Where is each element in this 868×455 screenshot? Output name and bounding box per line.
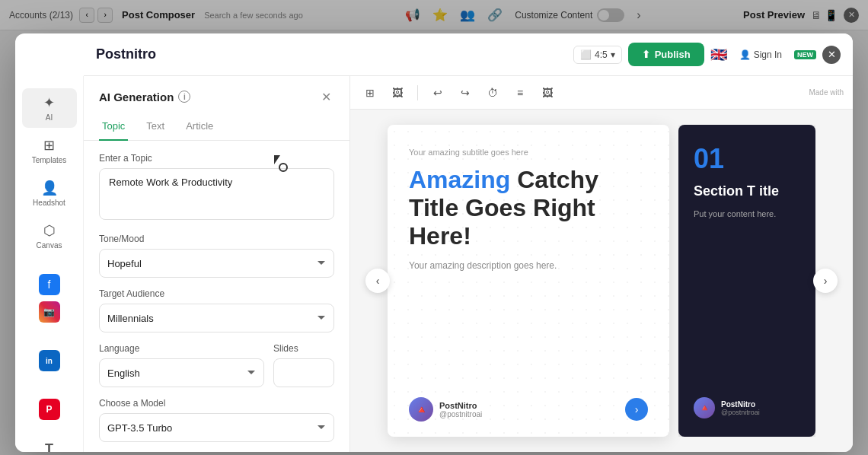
lang-slides-row: Language English Spanish French Slides [99,343,334,387]
close-panel-button[interactable]: ✕ [318,88,334,105]
ai-tabs: Topic Text Article [84,114,349,141]
topic-field-group: Enter a Topic Remote Work & Productivity [99,153,334,223]
aspect-icon: ⬜ [580,49,592,60]
new-badge: NEW [794,50,816,59]
tab-article[interactable]: Article [183,114,216,141]
toolbar-redo-icon[interactable]: ↪ [455,82,476,103]
sidebar-item-canvas[interactable]: ⬡ Canvas [22,216,77,256]
flag-uk: 🇬🇧 [710,46,727,63]
modal-close-button[interactable]: ✕ [822,46,841,64]
tone-label: Tone/Mood [99,234,334,244]
instagram-account-wrapper: 📷 [39,301,60,323]
author-name: PostNitro [439,401,482,410]
main-modal: Postnitro ⬜ 4:5 ▾ ⬆ Publish 🇬🇧 👤 Sign In… [15,33,853,452]
ai-panel-title-text: AI Generation [99,91,174,103]
ai-panel-title: AI Generation i [99,91,190,103]
audience-select[interactable]: Millennials Gen Z Gen X [99,304,334,332]
text-icon: T [45,441,53,452]
model-select[interactable]: GPT-3.5 Turbo GPT-4 Claude [99,413,334,442]
tone-field-group: Tone/Mood Hopeful Professional Casual [99,234,334,278]
toolbar-grid-icon[interactable]: ⊞ [359,82,381,103]
slide-next-button[interactable]: › [625,398,648,421]
language-select[interactable]: English Spanish French [99,358,264,387]
slides-label: Slides [273,343,334,354]
user-icon: 👤 [739,49,751,60]
social-row: f [37,271,62,298]
toolbar-separator-1 [417,85,418,100]
sidebar-item-text[interactable]: T Text [22,435,77,452]
slide-nav-right[interactable]: › [813,269,838,293]
tab-text[interactable]: Text [143,114,168,141]
ai-panel: AI Generation i ✕ Topic Text Article [84,76,350,452]
section-title: Section T itle [694,183,800,200]
publish-button[interactable]: ⬆ Publish [628,43,704,66]
slides-input-wrapper: ▲ ▼ [273,358,334,387]
tone-select[interactable]: Hopeful Professional Casual [99,249,334,278]
author-avatar: 🔺 [409,397,433,422]
ai-icon: ✦ [43,94,55,111]
info-icon[interactable]: i [178,91,190,103]
slide-nav-left[interactable]: ‹ [365,269,390,293]
ai-panel-header: AI Generation i ✕ [84,76,349,114]
slide-title-blue: Amazing [409,166,510,193]
section-author-avatar: 🔺 [694,397,715,418]
sign-in-button[interactable]: 👤 Sign In [733,46,788,63]
modal-overlay: Postnitro ⬜ 4:5 ▾ ⬆ Publish 🇬🇧 👤 Sign In… [0,0,868,455]
linkedin-account[interactable]: in [39,350,60,371]
slides-field-group: Slides ▲ ▼ [273,343,334,387]
another-social [39,326,60,347]
sign-in-label: Sign In [754,49,782,60]
left-sidebar: ✦ AI ⊞ Templates 👤 Headshot ⬡ Canvas f [15,76,84,452]
modal-top-left: Postnitro [96,46,567,62]
slide-title: Amazing Catchy Title Goes Right Here! [409,166,648,250]
section-slide[interactable]: 01 Section T itle Put your content here.… [678,125,815,437]
spacer [39,374,60,396]
headshot-icon: 👤 [41,180,58,196]
section-footer: 🔺 PostNitro @postnitroai [694,397,800,418]
section-author-name: PostNitro [721,400,760,409]
section-author-info: PostNitro @postnitroai [721,400,760,416]
brand-name: Postnitro [96,46,156,62]
pinterest-account[interactable]: P [39,399,60,420]
slides-input[interactable] [274,368,334,379]
toolbar-undo-icon[interactable]: ↩ [427,82,448,103]
templates-icon: ⊞ [43,137,55,154]
topic-label: Enter a Topic [99,153,334,164]
model-label: Choose a Model [99,398,334,409]
tab-topic[interactable]: Topic [99,114,128,141]
preview-toolbar: ⊞ 🖼 ↩ ↪ ⏱ ≡ 🖼 Made with [350,76,853,110]
sidebar-item-headshot[interactable]: 👤 Headshot [22,173,77,213]
made-with-label: Made with [809,88,844,97]
social-accounts-section: f 📷 in P [15,268,83,423]
slide-content: Your amazing subtitle goes here Amazing … [409,148,648,397]
preview-area: ⊞ 🖼 ↩ ↪ ⏱ ≡ 🖼 Made with ‹ [350,76,853,452]
canvas-icon: ⬡ [43,222,56,239]
preview-canvas: ‹ Your amazing subtitle goes here Amazin… [350,110,853,452]
toolbar-list-icon[interactable]: ≡ [509,82,531,103]
author-info: PostNitro @postnitroai [439,401,482,418]
audience-label: Target Audience [99,288,334,299]
language-label: Language [99,343,264,354]
toolbar-clock-icon[interactable]: ⏱ [482,82,503,103]
section-number: 01 [694,143,800,175]
toolbar-image2-icon[interactable]: 🖼 [537,82,558,103]
publish-icon: ⬆ [642,49,650,60]
slide-footer: 🔺 PostNitro @postnitroai › [409,397,648,422]
instagram-account[interactable]: 📷 [39,301,60,323]
aspect-ratio-btn[interactable]: ⬜ 4:5 ▾ [573,46,622,64]
topic-textarea[interactable]: Remote Work & Productivity [99,168,334,220]
language-field-group: Language English Spanish French [99,343,264,387]
main-slide[interactable]: Your amazing subtitle goes here Amazing … [388,125,669,437]
facebook-account[interactable]: f [39,274,60,295]
slides-wrapper: Your amazing subtitle goes here Amazing … [388,125,815,437]
slide-subtitle: Your amazing subtitle goes here [409,148,648,157]
audience-field-group: Target Audience Millennials Gen Z Gen X [99,288,334,332]
slide-author: 🔺 PostNitro @postnitroai [409,397,482,422]
slide-description: Your amazing description goes here. [409,260,648,271]
chevron-down-icon: ▾ [611,49,615,60]
sidebar-item-ai[interactable]: ✦ AI [22,88,77,128]
toolbar-image-icon[interactable]: 🖼 [387,82,408,103]
section-body: Put your content here. [694,208,800,221]
sidebar-item-templates[interactable]: ⊞ Templates [22,131,77,170]
section-author-handle: @postnitroai [721,409,760,416]
